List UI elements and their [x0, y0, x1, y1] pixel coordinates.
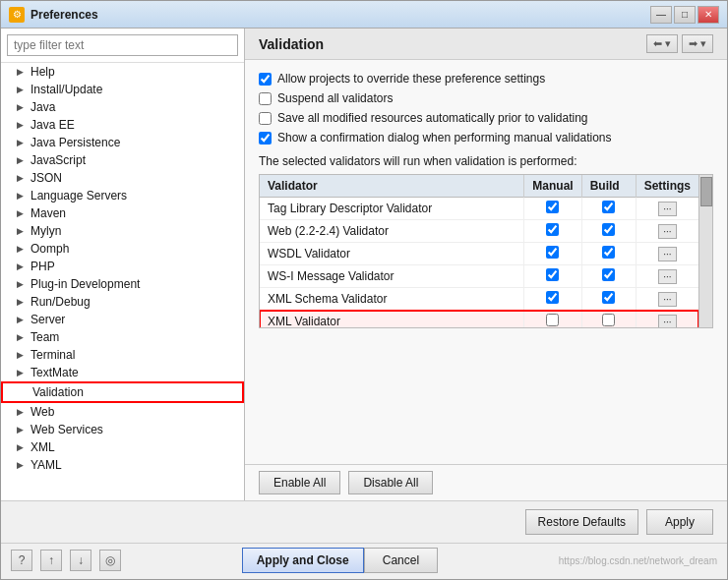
sidebar-item-java-persistence[interactable]: ▶Java Persistence [1, 134, 244, 151]
sidebar-item-language-servers[interactable]: ▶Language Servers [1, 187, 244, 204]
validator-build[interactable] [581, 288, 636, 311]
sidebar-item-yaml[interactable]: ▶YAML [1, 456, 244, 474]
main-panel: Validation ⬅ ▾ ➡ ▾ Allow projects to ove… [245, 29, 727, 500]
window-title: Preferences [30, 8, 98, 22]
validator-settings[interactable]: ··· [636, 288, 698, 311]
settings-button[interactable]: ··· [658, 269, 676, 284]
checkbox-row-allow-override: Allow projects to override these prefere… [259, 72, 713, 86]
validator-build[interactable] [581, 243, 636, 265]
sidebar-item-label: Validation [32, 385, 84, 399]
sidebar-item-help[interactable]: ▶Help [1, 63, 244, 81]
tree-arrow-icon: ▶ [17, 350, 27, 360]
checkbox-label-show-confirmation: Show a confirmation dialog when performi… [277, 131, 612, 145]
checkbox-label-allow-override: Allow projects to override these prefere… [277, 72, 545, 86]
import-icon[interactable]: ↓ [70, 550, 91, 571]
checkbox-row-save-modified: Save all modified resources automaticall… [259, 111, 713, 125]
title-controls: — □ ✕ [650, 6, 719, 24]
tree-arrow-icon: ▶ [17, 102, 27, 112]
validator-settings[interactable]: ··· [636, 220, 698, 243]
sidebar-item-json[interactable]: ▶JSON [1, 169, 244, 187]
sidebar-item-java[interactable]: ▶Java [1, 98, 244, 116]
col-manual: Manual [524, 175, 581, 198]
restore-defaults-button[interactable]: Restore Defaults [525, 509, 638, 535]
scrollbar-thumb[interactable] [700, 177, 712, 206]
settings-button[interactable]: ··· [658, 224, 676, 239]
minimize-button[interactable]: — [650, 6, 672, 24]
validator-settings[interactable]: ··· [636, 243, 698, 265]
sidebar-item-java-ee[interactable]: ▶Java EE [1, 116, 244, 134]
apply-button[interactable]: Apply [646, 509, 713, 535]
sidebar-item-oomph[interactable]: ▶Oomph [1, 240, 244, 258]
sidebar-item-install-update[interactable]: ▶Install/Update [1, 81, 244, 98]
tree-arrow-icon: ▶ [17, 244, 27, 254]
tree-arrow-icon: ▶ [17, 155, 27, 165]
validator-manual[interactable] [524, 243, 581, 265]
tree-arrow-icon: ▶ [17, 332, 27, 342]
footer-actions: Restore Defaults Apply [1, 500, 727, 543]
checkbox-save-modified[interactable] [259, 112, 272, 125]
sidebar-item-mylyn[interactable]: ▶Mylyn [1, 222, 244, 240]
settings-button[interactable]: ··· [658, 247, 676, 261]
sidebar-item-xml[interactable]: ▶XML [1, 438, 244, 456]
validator-settings[interactable]: ··· [636, 198, 698, 220]
sidebar-item-maven[interactable]: ▶Maven [1, 204, 244, 222]
validator-manual[interactable] [524, 311, 581, 328]
sidebar-item-plugin-dev[interactable]: ▶Plug-in Development [1, 275, 244, 293]
tree-arrow-icon: ▶ [17, 368, 27, 377]
sidebar-item-team[interactable]: ▶Team [1, 328, 244, 346]
sidebar-item-label: YAML [30, 458, 62, 472]
tree-arrow-icon: ▶ [17, 120, 27, 130]
cancel-button[interactable]: Cancel [364, 548, 438, 573]
sidebar-item-web-services[interactable]: ▶Web Services [1, 421, 244, 438]
sidebar-item-label: Java Persistence [30, 136, 120, 149]
filter-input[interactable] [7, 34, 238, 56]
sidebar-item-validation[interactable]: Validation [1, 381, 244, 403]
checkbox-row-suspend: Suspend all validators [259, 91, 713, 105]
validator-manual[interactable] [524, 198, 581, 220]
settings-button[interactable]: ··· [658, 202, 676, 216]
validator-settings[interactable]: ··· [636, 265, 698, 288]
footer-icons: ? ↑ ↓ ◎ [11, 550, 121, 571]
sidebar-item-label: Run/Debug [30, 295, 91, 309]
nav-arrows: ⬅ ▾ ➡ ▾ [646, 34, 713, 53]
back-button[interactable]: ⬅ ▾ [646, 34, 678, 53]
sidebar-item-javascript[interactable]: ▶JavaScript [1, 151, 244, 169]
validator-manual[interactable] [524, 265, 581, 288]
help-icon[interactable]: ? [11, 550, 32, 571]
disable-all-button[interactable]: Disable All [348, 471, 433, 494]
table-row: XML Validator··· [260, 311, 698, 328]
sidebar-item-run-debug[interactable]: ▶Run/Debug [1, 293, 244, 311]
sidebar-item-web[interactable]: ▶Web [1, 403, 244, 421]
validator-build[interactable] [581, 220, 636, 243]
validator-manual[interactable] [524, 220, 581, 243]
forward-button[interactable]: ➡ ▾ [682, 34, 713, 53]
scrollbar-track[interactable] [698, 175, 712, 327]
validator-settings[interactable]: ··· [636, 311, 698, 328]
sidebar-item-label: Oomph [30, 242, 69, 256]
validator-build[interactable] [581, 198, 636, 220]
sidebar-item-php[interactable]: ▶PHP [1, 258, 244, 275]
link-icon[interactable]: ◎ [99, 550, 121, 571]
export-icon[interactable]: ↑ [40, 550, 62, 571]
settings-button[interactable]: ··· [658, 292, 676, 307]
settings-button[interactable]: ··· [658, 315, 676, 328]
sidebar-item-label: Java EE [30, 118, 75, 132]
validator-build[interactable] [581, 311, 636, 328]
checkbox-show-confirmation[interactable] [259, 132, 272, 145]
checkbox-allow-override[interactable] [259, 73, 272, 86]
sidebar-item-label: JavaScript [30, 153, 86, 167]
sidebar-item-label: Language Servers [30, 189, 127, 203]
validator-manual[interactable] [524, 288, 581, 311]
sidebar-item-textmate[interactable]: ▶TextMate [1, 364, 244, 381]
validator-build[interactable] [581, 265, 636, 288]
sidebar: ▶Help▶Install/Update▶Java▶Java EE▶Java P… [1, 29, 245, 500]
sidebar-item-server[interactable]: ▶Server [1, 311, 244, 328]
close-button[interactable]: ✕ [698, 6, 719, 24]
tree-arrow-icon: ▶ [17, 226, 27, 236]
maximize-button[interactable]: □ [674, 6, 696, 24]
table-action-buttons: Enable All Disable All [245, 464, 727, 500]
sidebar-item-terminal[interactable]: ▶Terminal [1, 346, 244, 364]
apply-close-button[interactable]: Apply and Close [242, 548, 364, 573]
checkbox-suspend[interactable] [259, 92, 272, 105]
enable-all-button[interactable]: Enable All [259, 471, 340, 494]
